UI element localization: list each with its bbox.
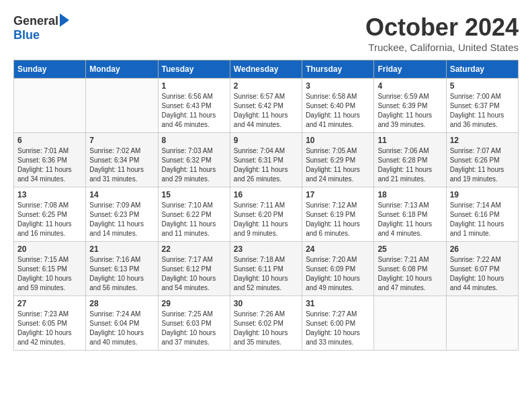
day-number: 16: [234, 190, 298, 199]
day-cell: 27Sunrise: 7:23 AM Sunset: 6:05 PM Dayli…: [14, 296, 86, 351]
logo-blue-text: Blue: [13, 28, 40, 42]
day-cell: 26Sunrise: 7:22 AM Sunset: 6:07 PM Dayli…: [446, 242, 518, 296]
header-row: SundayMondayTuesdayWednesdayThursdayFrid…: [14, 60, 519, 79]
day-number: 27: [17, 299, 82, 308]
day-detail: Sunrise: 7:11 AM Sunset: 6:20 PM Dayligh…: [234, 201, 298, 238]
location: Truckee, California, United States: [365, 42, 519, 53]
day-cell: 6Sunrise: 7:01 AM Sunset: 6:36 PM Daylig…: [14, 133, 86, 187]
day-detail: Sunrise: 7:15 AM Sunset: 6:15 PM Dayligh…: [17, 255, 82, 293]
day-number: 6: [17, 136, 82, 145]
column-header-thursday: Thursday: [302, 60, 374, 79]
day-number: 5: [450, 81, 515, 91]
day-number: 2: [234, 81, 298, 91]
day-number: 13: [17, 190, 82, 199]
day-detail: Sunrise: 7:21 AM Sunset: 6:08 PM Dayligh…: [378, 255, 442, 293]
day-detail: Sunrise: 6:59 AM Sunset: 6:39 PM Dayligh…: [378, 92, 442, 130]
day-number: 1: [162, 81, 226, 91]
day-detail: Sunrise: 7:12 AM Sunset: 6:19 PM Dayligh…: [306, 201, 370, 238]
day-detail: Sunrise: 7:23 AM Sunset: 6:05 PM Dayligh…: [17, 310, 82, 347]
column-header-friday: Friday: [374, 60, 446, 79]
day-number: 22: [162, 244, 226, 254]
day-detail: Sunrise: 7:02 AM Sunset: 6:34 PM Dayligh…: [89, 146, 154, 184]
logo: General Blue: [13, 13, 69, 42]
day-number: 10: [306, 136, 370, 145]
day-detail: Sunrise: 7:01 AM Sunset: 6:36 PM Dayligh…: [17, 146, 82, 184]
day-detail: Sunrise: 6:58 AM Sunset: 6:40 PM Dayligh…: [306, 92, 370, 130]
day-detail: Sunrise: 7:25 AM Sunset: 6:03 PM Dayligh…: [162, 310, 226, 347]
day-number: 19: [450, 190, 515, 199]
day-cell: 24Sunrise: 7:20 AM Sunset: 6:09 PM Dayli…: [302, 242, 374, 296]
day-cell: 23Sunrise: 7:18 AM Sunset: 6:11 PM Dayli…: [230, 242, 302, 296]
day-detail: Sunrise: 7:08 AM Sunset: 6:25 PM Dayligh…: [17, 201, 82, 238]
day-number: 18: [378, 190, 442, 199]
day-cell: 22Sunrise: 7:17 AM Sunset: 6:12 PM Dayli…: [158, 242, 230, 296]
day-number: 11: [378, 136, 442, 145]
day-number: 17: [306, 190, 370, 199]
day-cell: 20Sunrise: 7:15 AM Sunset: 6:15 PM Dayli…: [14, 242, 86, 296]
day-cell: [374, 296, 446, 351]
day-cell: 18Sunrise: 7:13 AM Sunset: 6:18 PM Dayli…: [374, 187, 446, 242]
day-cell: 30Sunrise: 7:26 AM Sunset: 6:02 PM Dayli…: [230, 296, 302, 351]
day-cell: 10Sunrise: 7:05 AM Sunset: 6:29 PM Dayli…: [302, 133, 374, 187]
logo-arrow-icon: [60, 13, 69, 27]
day-detail: Sunrise: 7:03 AM Sunset: 6:32 PM Dayligh…: [162, 146, 226, 184]
day-detail: Sunrise: 6:56 AM Sunset: 6:43 PM Dayligh…: [162, 92, 226, 130]
day-detail: Sunrise: 7:20 AM Sunset: 6:09 PM Dayligh…: [306, 255, 370, 293]
day-detail: Sunrise: 7:26 AM Sunset: 6:02 PM Dayligh…: [234, 310, 298, 347]
day-cell: 3Sunrise: 6:58 AM Sunset: 6:40 PM Daylig…: [302, 79, 374, 133]
day-cell: 21Sunrise: 7:16 AM Sunset: 6:13 PM Dayli…: [86, 242, 158, 296]
week-row-5: 27Sunrise: 7:23 AM Sunset: 6:05 PM Dayli…: [14, 296, 519, 351]
week-row-4: 20Sunrise: 7:15 AM Sunset: 6:15 PM Dayli…: [14, 242, 519, 296]
day-cell: 28Sunrise: 7:24 AM Sunset: 6:04 PM Dayli…: [86, 296, 158, 351]
day-cell: 16Sunrise: 7:11 AM Sunset: 6:20 PM Dayli…: [230, 187, 302, 242]
day-cell: 1Sunrise: 6:56 AM Sunset: 6:43 PM Daylig…: [158, 79, 230, 133]
day-number: 20: [17, 244, 82, 254]
day-cell: [446, 296, 518, 351]
column-header-sunday: Sunday: [14, 60, 86, 79]
day-number: 12: [450, 136, 515, 145]
day-number: 23: [234, 244, 298, 254]
day-detail: Sunrise: 7:17 AM Sunset: 6:12 PM Dayligh…: [162, 255, 226, 293]
day-cell: 15Sunrise: 7:10 AM Sunset: 6:22 PM Dayli…: [158, 187, 230, 242]
day-number: 4: [378, 81, 442, 91]
day-detail: Sunrise: 7:16 AM Sunset: 6:13 PM Dayligh…: [89, 255, 154, 293]
day-cell: 8Sunrise: 7:03 AM Sunset: 6:32 PM Daylig…: [158, 133, 230, 187]
month-title: October 2024: [365, 13, 519, 42]
day-number: 30: [234, 299, 298, 308]
calendar-table: SundayMondayTuesdayWednesdayThursdayFrid…: [13, 60, 519, 351]
day-detail: Sunrise: 7:06 AM Sunset: 6:28 PM Dayligh…: [378, 146, 442, 184]
page-header: General Blue October 2024 Truckee, Calif…: [13, 13, 519, 53]
column-header-tuesday: Tuesday: [158, 60, 230, 79]
day-detail: Sunrise: 7:18 AM Sunset: 6:11 PM Dayligh…: [234, 255, 298, 293]
day-number: 3: [306, 81, 370, 91]
week-row-3: 13Sunrise: 7:08 AM Sunset: 6:25 PM Dayli…: [14, 187, 519, 242]
day-number: 14: [89, 190, 154, 199]
day-cell: 4Sunrise: 6:59 AM Sunset: 6:39 PM Daylig…: [374, 79, 446, 133]
column-header-monday: Monday: [86, 60, 158, 79]
day-cell: 19Sunrise: 7:14 AM Sunset: 6:16 PM Dayli…: [446, 187, 518, 242]
day-cell: 12Sunrise: 7:07 AM Sunset: 6:26 PM Dayli…: [446, 133, 518, 187]
column-header-saturday: Saturday: [446, 60, 518, 79]
day-detail: Sunrise: 7:14 AM Sunset: 6:16 PM Dayligh…: [450, 201, 515, 238]
day-number: 29: [162, 299, 226, 308]
day-detail: Sunrise: 7:13 AM Sunset: 6:18 PM Dayligh…: [378, 201, 442, 238]
day-detail: Sunrise: 7:10 AM Sunset: 6:22 PM Dayligh…: [162, 201, 226, 238]
day-number: 31: [306, 299, 370, 308]
column-header-wednesday: Wednesday: [230, 60, 302, 79]
day-cell: 29Sunrise: 7:25 AM Sunset: 6:03 PM Dayli…: [158, 296, 230, 351]
day-number: 9: [234, 136, 298, 145]
day-number: 26: [450, 244, 515, 254]
day-cell: 11Sunrise: 7:06 AM Sunset: 6:28 PM Dayli…: [374, 133, 446, 187]
day-cell: 25Sunrise: 7:21 AM Sunset: 6:08 PM Dayli…: [374, 242, 446, 296]
day-detail: Sunrise: 7:09 AM Sunset: 6:23 PM Dayligh…: [89, 201, 154, 238]
day-number: 21: [89, 244, 154, 254]
day-detail: Sunrise: 6:57 AM Sunset: 6:42 PM Dayligh…: [234, 92, 298, 130]
week-row-2: 6Sunrise: 7:01 AM Sunset: 6:36 PM Daylig…: [14, 133, 519, 187]
day-detail: Sunrise: 7:00 AM Sunset: 6:37 PM Dayligh…: [450, 92, 515, 130]
day-number: 24: [306, 244, 370, 254]
day-cell: 9Sunrise: 7:04 AM Sunset: 6:31 PM Daylig…: [230, 133, 302, 187]
day-cell: [86, 79, 158, 133]
day-cell: 31Sunrise: 7:27 AM Sunset: 6:00 PM Dayli…: [302, 296, 374, 351]
day-cell: 13Sunrise: 7:08 AM Sunset: 6:25 PM Dayli…: [14, 187, 86, 242]
logo-general-text: General: [13, 14, 58, 28]
